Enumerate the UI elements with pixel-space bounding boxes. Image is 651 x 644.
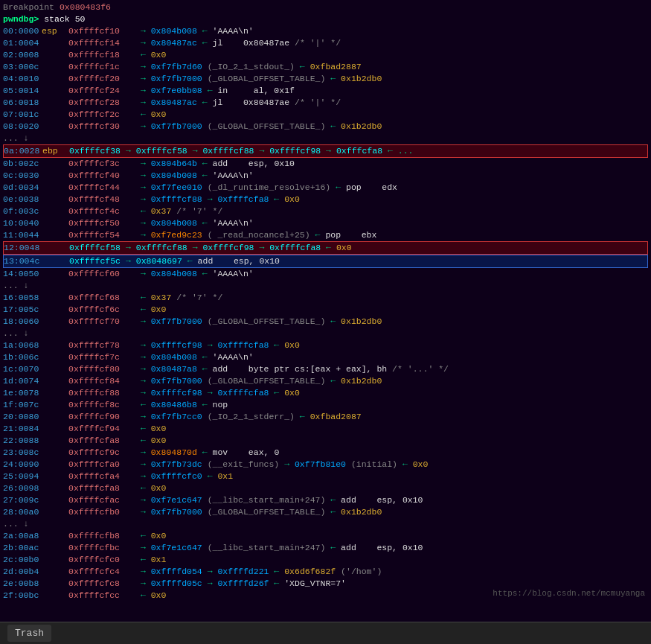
stack-line-04: 04:0010 0xffffcf20 → 0xf7fb7000 (_GLOBAL… xyxy=(3,73,648,85)
stack-line-25: 25:0094 0xffffcfa4 → 0xffffcfc0 ← 0x1 xyxy=(3,471,648,482)
stack-line-06: 06:0018 0xffffcf28 → 0x80487ac ← jl 0x80… xyxy=(3,97,648,109)
header-line: Breakpoint 0x080483f6 xyxy=(3,1,648,13)
stack-line-02: 02:0008 0xffffcf18 ← 0x0 xyxy=(3,49,648,61)
stack-line-0d: 0d:0034 0xffffcf44 → 0xf7fee010 (_dl_run… xyxy=(3,182,648,194)
stack-line-12: 12:0048 0xffffcf58 → 0xffffcf88 → 0xffff… xyxy=(3,241,648,255)
stack-ellipsis-4: ... ↓ xyxy=(3,518,648,530)
stack-line-11: 11:0044 0xffffcf54 → 0xf7ed9c23 ( _read_… xyxy=(3,229,648,241)
stack-line-10: 10:0040 0xffffcf50 → 0x804b008 ← 'AAAA\n… xyxy=(3,217,648,229)
stack-line-16: 16:0058 0xffffcf68 ← 0x37 /* '7' */ xyxy=(3,292,648,304)
stack-line-2d: 2d:00b4 0xffffcfc4 → 0xffffd054 → 0xffff… xyxy=(3,566,648,578)
stack-line-18: 18:0060 0xffffcf70 → 0xf7fb7000 (_GLOBAL… xyxy=(3,316,648,328)
prompt-line: pwndbg> stack 50 xyxy=(3,13,648,25)
stack-line-1a: 1a:0068 0xffffcf78 → 0xffffcf98 → 0xffff… xyxy=(3,339,648,351)
stack-line-07: 07:001c 0xffffcf2c ← 0x0 xyxy=(3,109,648,121)
stack-line-0a: 0a:0028 ebp 0xffffcf38 → 0xffffcf58 → 0x… xyxy=(3,144,648,158)
stack-line-28: 28:00a0 0xffffcfb0 → 0xf7fb7000 (_GLOBAL… xyxy=(3,506,648,518)
stack-line-03: 03:000c 0xffffcf1c → 0xf7fb7d60 (_IO_2_1… xyxy=(3,61,648,73)
stack-line-1f: 1f:007c 0xffffcf8c ← 0x80486b8 ← nop xyxy=(3,399,648,411)
stack-line-05: 05:0014 0xffffcf24 → 0xf7e0bb08 ← in al,… xyxy=(3,85,648,97)
stack-line-17: 17:005c 0xffffcf6c ← 0x0 xyxy=(3,304,648,316)
stack-ellipsis-3: ... ↓ xyxy=(3,328,648,339)
stack-line-08: 08:0020 0xffffcf30 → 0xf7fb7000 (_GLOBAL… xyxy=(3,121,648,133)
stack-line-20: 20:0080 0xffffcf90 → 0xf7fb7cc0 (_IO_2_1… xyxy=(3,411,648,423)
stack-line-2c: 2c:00b0 0xffffcfc0 ← 0x1 xyxy=(3,554,648,566)
stack-line-0f: 0f:003c 0xffffcf4c ← 0x37 /* '7' */ xyxy=(3,205,648,217)
stack-line-24: 24:0090 0xffffcfa0 → 0xf7fb73dc (__exit_… xyxy=(3,459,648,471)
stack-line-1d: 1d:0074 0xffffcf84 → 0xf7fb7000 (_GLOBAL… xyxy=(3,375,648,387)
stack-line-1b: 1b:006c 0xffffcf7c → 0x804b008 ← 'AAAA\n… xyxy=(3,351,648,363)
stack-line-0b: 0b:002c 0xffffcf3c → 0x804b64b ← add esp… xyxy=(3,158,648,170)
stack-line-26: 26:0098 0xffffcfa8 ← 0x0 xyxy=(3,482,648,494)
stack-line-2e: 2e:00b8 0xffffcfc8 → 0xffffd05c → 0xffff… xyxy=(3,578,648,590)
trash-button[interactable]: Trash xyxy=(7,625,51,642)
stack-line-2a: 2a:00a8 0xffffcfb8 ← 0x0 xyxy=(3,530,648,542)
taskbar: Trash xyxy=(0,622,651,644)
stack-line-21: 21:0084 0xffffcf94 ← 0x0 xyxy=(3,423,648,435)
stack-line-13: 13:004c 0xffffcf5c → 0x8048697 ← add esp… xyxy=(3,255,648,268)
watermark: https://blog.csdn.net/mcmuyanga xyxy=(493,589,645,598)
stack-line-01: 01:0004 0xffffcf14 → 0x80487ac ← jl 0x80… xyxy=(3,37,648,49)
terminal: Breakpoint 0x080483f6 pwndbg> stack 50 0… xyxy=(0,0,651,622)
stack-ellipsis-1: ... ↓ xyxy=(3,133,648,144)
stack-line-2b: 2b:00ac 0xffffcfbc → 0xf7e1c647 (__libc_… xyxy=(3,542,648,554)
stack-line-0c: 0c:0030 0xffffcf40 → 0x804b008 ← 'AAAA\n… xyxy=(3,170,648,182)
stack-line-27: 27:009c 0xffffcfac → 0xf7e1c647 (__libc_… xyxy=(3,494,648,506)
stack-line-14: 14:0050 0xffffcf60 → 0x804b008 ← 'AAAA\n… xyxy=(3,268,648,280)
stack-line-0e: 0e:0038 0xffffcf48 → 0xffffcf88 → 0xffff… xyxy=(3,194,648,205)
stack-line-1e: 1e:0078 0xffffcf88 → 0xffffcf98 → 0xffff… xyxy=(3,387,648,399)
stack-ellipsis-2: ... ↓ xyxy=(3,280,648,292)
stack-line-1c: 1c:0070 0xffffcf80 → 0x80487a8 ← add byt… xyxy=(3,363,648,375)
stack-line-00: 00:0000 esp 0xffffcf10 → 0x804b008 ← 'AA… xyxy=(3,25,648,37)
stack-line-22: 22:0088 0xffffcfa8 ← 0x0 xyxy=(3,435,648,447)
stack-line-23: 23:008c 0xffffcf9c → 0x804870d ← mov eax… xyxy=(3,447,648,459)
